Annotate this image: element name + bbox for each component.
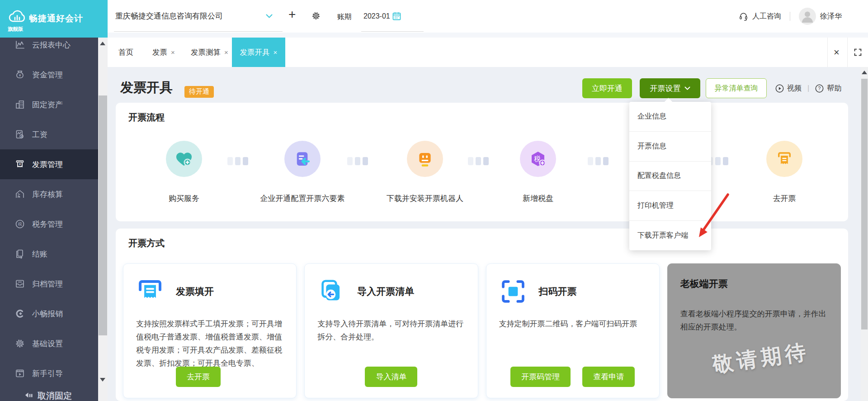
company-underline — [114, 31, 283, 32]
help-link[interactable]: 帮助 — [827, 84, 841, 93]
flow-dashes — [468, 157, 489, 165]
calendar-icon[interactable] — [392, 12, 401, 20]
scroll-down-icon[interactable] — [100, 378, 105, 382]
dropdown-item-download-client[interactable]: 下载开票客户端 — [629, 221, 711, 250]
sidebar: 畅捷通好会计 旗舰版 云报表中心 ¥ 资金管理 固定资产 ¥ 工 — [0, 0, 108, 401]
sidebar-item-archive[interactable]: 归档管理 — [0, 269, 98, 299]
period-underline — [361, 31, 424, 32]
page-scrollbar[interactable] — [861, 67, 868, 401]
sidebar-scrollbar-thumb[interactable] — [99, 95, 107, 335]
close-tab-icon[interactable]: × — [171, 48, 175, 56]
sidebar-item-reimburse[interactable]: 小畅报销 — [0, 299, 98, 329]
sidebar-item-settings[interactable]: 基础设置 — [0, 329, 98, 358]
import-list-icon — [317, 277, 345, 306]
sidebar-scrollbar[interactable] — [98, 38, 108, 401]
invoice-settings-dropdown: 企业信息 开票信息 配置税盘信息 打印机管理 下载开票客户端 — [629, 102, 711, 250]
sidebar-item-funds[interactable]: ¥ 资金管理 — [0, 60, 98, 90]
company-selector[interactable]: 重庆畅捷交通信息咨询有限公司 — [115, 11, 223, 21]
add-account-button[interactable]: + — [288, 7, 296, 22]
close-all-tabs-button[interactable]: × — [827, 38, 845, 67]
main-content: 发票开具 待开通 立即开通 开票设置 异常清单查询 视频 | ? 帮助 开票流程… — [108, 67, 868, 401]
sidebar-item-label: 库存核算 — [32, 189, 63, 200]
tab-bar: 首页 发票 × 发票测算 × 发票开具 × × — [108, 38, 868, 67]
card-title: 导入开票清单 — [357, 285, 414, 298]
sidebar-item-settlement[interactable]: 结账 — [0, 239, 98, 269]
flow-step-add-tax-disk[interactable]: 税 新增税盘 — [493, 141, 583, 177]
user-name[interactable]: 徐泽华 — [820, 12, 842, 21]
avatar[interactable] — [799, 8, 816, 25]
sidebar-menu: 云报表中心 ¥ 资金管理 固定资产 ¥ 工资 ¥ 发票管理 — [0, 38, 98, 401]
card-description: 支持定制开票二维码，客户端可扫码开票 — [499, 317, 646, 330]
support-link[interactable]: 人工咨询 — [752, 12, 781, 21]
settlement-icon — [14, 248, 25, 259]
sidebar-item-cloud-reports[interactable]: 云报表中心 — [0, 38, 98, 60]
app-window: 畅捷通好会计 旗舰版 云报表中心 ¥ 资金管理 固定资产 ¥ 工 — [0, 0, 868, 401]
sidebar-item-tax[interactable]: 税 税务管理 — [0, 209, 98, 239]
flow-step-buy-service[interactable]: 购买服务 — [139, 141, 229, 177]
card-title: 老板端开票 — [680, 277, 728, 290]
sidebar-item-label: 结账 — [32, 249, 47, 259]
tab-invoice-issue[interactable]: 发票开具 × — [232, 38, 285, 67]
reimburse-icon — [14, 308, 25, 319]
warehouse-icon — [14, 189, 25, 200]
dropdown-item-invoice-info[interactable]: 开票信息 — [629, 132, 711, 162]
open-now-button[interactable]: 立即开通 — [582, 78, 632, 98]
abnormal-list-button[interactable]: 异常清单查询 — [706, 78, 767, 98]
fullscreen-icon[interactable] — [847, 38, 868, 67]
video-link[interactable]: 视频 — [787, 84, 802, 93]
invoice-flow-panel: 开票流程 购买服务 企业开通配置开票六要素 下载并安装开票机器人 — [116, 103, 848, 221]
play-circle-icon[interactable] — [775, 84, 784, 93]
divider: | — [807, 84, 809, 92]
sidebar-item-label: 固定资产 — [32, 100, 63, 110]
flow-step-go-invoice[interactable]: 去开票 — [739, 141, 830, 177]
go-invoice-button[interactable]: 去开票 — [176, 367, 221, 387]
svg-text:¥: ¥ — [19, 73, 21, 77]
flow-step-configure[interactable]: 企业开通配置开票六要素 — [257, 141, 348, 177]
tax-icon: 税 — [14, 219, 25, 229]
close-tab-icon[interactable]: × — [274, 48, 278, 56]
close-tab-icon[interactable]: × — [224, 48, 228, 56]
import-list-button[interactable]: 导入清单 — [365, 367, 417, 387]
sidebar-item-guide[interactable]: 新手引导 — [0, 358, 98, 388]
tab-invoice[interactable]: 发票 × — [151, 38, 177, 67]
sidebar-item-label: 发票管理 — [32, 159, 63, 170]
sidebar-item-inventory[interactable]: 库存核算 — [0, 179, 98, 209]
page-title: 发票开具 — [120, 79, 173, 97]
scroll-up-icon[interactable] — [862, 71, 867, 74]
invoice-settings-button[interactable]: 开票设置 — [640, 78, 700, 98]
tab-invoice-calc[interactable]: 发票测算 × — [189, 38, 230, 67]
chevron-down-icon — [684, 86, 690, 91]
card-import-list: 导入开票清单 支持导入待开票清单，可对待开票清单进行拆分、合并处理。 导入清单 — [304, 263, 478, 398]
flow-step-download-robot[interactable]: 下载并安装开票机器人 — [380, 141, 470, 177]
cloud-logo-icon — [7, 8, 27, 25]
help-circle-icon[interactable]: ? — [815, 84, 824, 93]
dropdown-item-tax-disk-config[interactable]: 配置税盘信息 — [629, 162, 711, 191]
dropdown-item-printer-manage[interactable]: 打印机管理 — [629, 191, 711, 221]
tab-home[interactable]: 首页 — [117, 38, 135, 67]
top-bar: 重庆畅捷交通信息咨询有限公司 + 账期 2023-01 人工咨询 徐泽华 — [108, 0, 868, 33]
flow-dashes — [227, 157, 248, 165]
sidebar-item-salary[interactable]: ¥ 工资 — [0, 119, 98, 149]
sidebar-item-invoice-management[interactable]: ¥ 发票管理 — [0, 149, 98, 179]
unpin-label: 取消固定 — [38, 390, 72, 401]
page-scrollbar-thumb[interactable] — [861, 79, 868, 329]
unpin-sidebar-button[interactable]: 取消固定 — [24, 390, 72, 401]
sidebar-item-label: 资金管理 — [32, 70, 63, 80]
gear-icon[interactable] — [311, 11, 321, 21]
svg-text:税: 税 — [18, 222, 22, 226]
sidebar-item-fixed-assets[interactable]: 固定资产 — [0, 90, 98, 119]
qr-code-manage-button[interactable]: 开票码管理 — [510, 367, 571, 387]
card-description: 支持按照发票样式手工填开发票；可开具增值税电子普通发票、增值税普通发票、增值税专… — [136, 317, 283, 370]
collapse-pin-icon — [24, 391, 33, 401]
card-description: 支持导入待开票清单，可对待开票清单进行拆分、合并处理。 — [317, 317, 465, 344]
method-cards: 发票填开 支持按照发票样式手工填开发票；可开具增值税电子普通发票、增值税普通发票… — [123, 263, 841, 398]
divider — [790, 12, 790, 21]
svg-text:¥: ¥ — [19, 162, 21, 166]
sidebar-item-label: 新手引导 — [32, 368, 63, 379]
money-bag-icon: ¥ — [14, 69, 25, 80]
view-apply-button[interactable]: 查看申请 — [582, 367, 635, 387]
chevron-down-icon[interactable] — [266, 14, 273, 19]
scroll-up-icon[interactable] — [100, 42, 105, 45]
period-value[interactable]: 2023-01 — [363, 12, 390, 20]
dropdown-item-company-info[interactable]: 企业信息 — [629, 102, 711, 132]
